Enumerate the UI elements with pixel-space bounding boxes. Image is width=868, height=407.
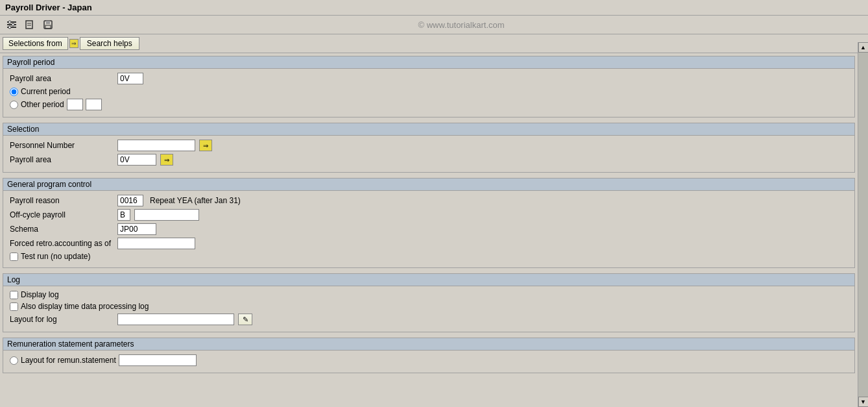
- selection-section: Selection Personnel Number ⇒ Payroll are…: [3, 123, 855, 173]
- export-icon[interactable]: [23, 18, 36, 31]
- schema-row: Schema: [10, 223, 848, 235]
- save-icon[interactable]: [42, 18, 54, 31]
- svg-point-3: [8, 21, 11, 23]
- layout-remun-input[interactable]: [119, 354, 197, 366]
- personnel-number-row: Personnel Number ⇒: [10, 140, 848, 151]
- off-cycle-row: Off-cycle payroll: [10, 209, 848, 221]
- payroll-period-section: Payroll period Payroll area Current peri…: [3, 56, 855, 117]
- display-log-row: Display log: [10, 290, 848, 299]
- log-body: Display log Also display time data proce…: [3, 286, 854, 332]
- selection-payroll-area-label: Payroll area: [10, 155, 114, 164]
- other-period-input1[interactable]: [67, 99, 83, 110]
- remuneration-body: Layout for remun.statement: [3, 351, 854, 373]
- also-display-label: Also display time data processing log: [21, 302, 149, 311]
- off-cycle-b-input[interactable]: [117, 209, 130, 221]
- display-log-label: Display log: [21, 290, 59, 299]
- schema-input[interactable]: [117, 223, 156, 235]
- watermark: © www.tutorialkart.com: [60, 20, 863, 30]
- off-cycle-label: Off-cycle payroll: [10, 210, 114, 219]
- other-period-row: Other period: [10, 99, 848, 110]
- payroll-reason-label: Payroll reason: [10, 196, 114, 205]
- scroll-up-button[interactable]: ▲: [858, 42, 869, 53]
- payroll-area-label: Payroll area: [10, 74, 114, 83]
- payroll-area-input[interactable]: [117, 73, 143, 84]
- payroll-reason-code-input[interactable]: [117, 195, 143, 206]
- current-period-row: Current period: [10, 87, 848, 96]
- test-run-row: Test run (no update): [10, 252, 848, 261]
- svg-rect-10: [46, 21, 50, 24]
- test-run-checkbox[interactable]: [10, 253, 18, 261]
- main-content: Payroll period Payroll area Current peri…: [0, 53, 858, 407]
- log-section: Log Display log Also display time data p…: [3, 273, 855, 332]
- search-helps-label: Search helps: [87, 39, 132, 48]
- current-period-label: Current period: [21, 87, 71, 96]
- selection-payroll-area-input[interactable]: [117, 154, 156, 166]
- general-program-section: General program control Payroll reason R…: [3, 178, 855, 268]
- display-log-checkbox[interactable]: [10, 291, 18, 299]
- selection-payroll-area-row: Payroll area ⇒: [10, 154, 848, 166]
- off-cycle-field-input[interactable]: [134, 209, 199, 221]
- layout-remun-radio[interactable]: [10, 356, 18, 365]
- selections-from-label: Selections from: [8, 39, 62, 48]
- scroll-track: [858, 53, 869, 397]
- general-program-header: General program control: [3, 179, 854, 191]
- selection-header: Selection: [3, 123, 854, 136]
- personnel-number-input[interactable]: [117, 140, 195, 151]
- forced-retro-input[interactable]: [117, 238, 195, 249]
- settings-icon[interactable]: [5, 18, 18, 31]
- selection-body: Personnel Number ⇒ Payroll area ⇒: [3, 136, 854, 172]
- scrollbar: ▲ ▼: [858, 42, 868, 407]
- svg-point-5: [8, 26, 11, 29]
- svg-point-4: [12, 23, 14, 26]
- forced-retro-row: Forced retro.accounting as of: [10, 238, 848, 249]
- selection-payroll-area-nav-btn[interactable]: ⇒: [160, 154, 173, 166]
- also-display-checkbox[interactable]: [10, 302, 18, 311]
- toolbar: © www.tutorialkart.com: [0, 16, 868, 34]
- general-program-body: Payroll reason Repeat YEA (after Jan 31)…: [3, 191, 854, 267]
- layout-log-row: Layout for log ✎: [10, 314, 848, 325]
- personnel-number-label: Personnel Number: [10, 141, 114, 150]
- search-helps-button[interactable]: Search helps: [80, 37, 139, 50]
- payroll-area-row: Payroll area: [10, 73, 848, 84]
- layout-log-label: Layout for log: [10, 315, 114, 324]
- layout-remun-row: Layout for remun.statement: [10, 354, 848, 366]
- layout-log-input[interactable]: [117, 314, 234, 325]
- scroll-down-button[interactable]: ▼: [858, 397, 869, 407]
- title-bar: Payroll Driver - Japan: [0, 0, 868, 16]
- remuneration-section: Remuneration statement parameters Layout…: [3, 338, 855, 373]
- other-period-label: Other period: [21, 100, 64, 109]
- layout-log-edit-button[interactable]: ✎: [238, 314, 252, 325]
- layout-remun-label: Layout for remun.statement: [21, 356, 116, 365]
- test-run-label: Test run (no update): [21, 252, 90, 261]
- remuneration-header: Remuneration statement parameters: [3, 338, 854, 351]
- payroll-period-header: Payroll period: [3, 56, 854, 69]
- selections-from-button[interactable]: Selections from: [3, 37, 68, 50]
- other-period-radio[interactable]: [10, 101, 18, 109]
- svg-rect-6: [26, 21, 32, 29]
- forced-retro-label: Forced retro.accounting as of: [10, 239, 114, 248]
- payroll-reason-text: Repeat YEA (after Jan 31): [150, 196, 241, 205]
- payroll-period-body: Payroll area Current period Other period: [3, 69, 854, 117]
- other-period-input2[interactable]: [86, 99, 102, 110]
- payroll-reason-row: Payroll reason Repeat YEA (after Jan 31): [10, 195, 848, 206]
- schema-label: Schema: [10, 225, 114, 234]
- current-period-radio[interactable]: [10, 88, 18, 96]
- app-title: Payroll Driver - Japan: [5, 3, 92, 12]
- arrow-icon: ⇒: [69, 39, 78, 48]
- log-header: Log: [3, 274, 854, 286]
- action-bar: Selections from ⇒ Search helps: [0, 34, 868, 53]
- also-display-row: Also display time data processing log: [10, 302, 848, 311]
- personnel-number-nav-btn[interactable]: ⇒: [199, 140, 212, 151]
